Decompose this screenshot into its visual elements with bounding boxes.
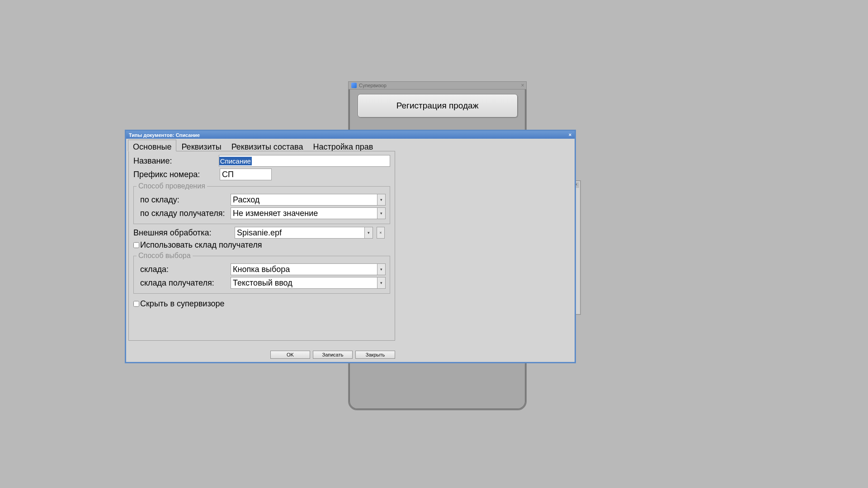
by-warehouse-recipient-label: по складу получателя:: [137, 209, 228, 218]
external-processing-label: Внешняя обработка:: [133, 228, 232, 238]
dialog-footer: OK Записать Закрыть: [128, 351, 395, 359]
document-types-dialog: Типы документов: Списание × Основные Рек…: [125, 130, 576, 363]
store-label: склада:: [137, 265, 228, 274]
prefix-label: Префикс номера:: [133, 170, 217, 179]
store-combo[interactable]: Кнопка выбора ▾: [231, 263, 386, 275]
name-value: Списание: [219, 157, 252, 165]
clear-button[interactable]: ×: [377, 227, 385, 239]
dialog-titlebar[interactable]: Типы документов: Списание ×: [126, 131, 575, 139]
name-label: Название:: [133, 156, 216, 166]
store-recipient-combo[interactable]: Текстовый ввод ▾: [231, 277, 386, 289]
tab-requisites[interactable]: Реквизиты: [176, 140, 226, 151]
selection-mode-legend: Способ выбора: [137, 252, 193, 260]
hide-in-supervisor-checkbox[interactable]: [133, 301, 139, 307]
by-warehouse-value: Расход: [231, 195, 377, 205]
chevron-down-icon[interactable]: ▾: [377, 208, 385, 219]
external-processing-combo[interactable]: Spisanie.epf ▾: [235, 227, 373, 239]
ok-button[interactable]: OK: [270, 351, 310, 359]
tabs: Основные Реквизиты Реквизиты состава Нас…: [128, 140, 575, 151]
hide-in-supervisor-label: Скрыть в супервизоре: [140, 299, 224, 309]
use-recipient-store-checkbox[interactable]: [133, 242, 139, 248]
store-recipient-value: Текстовый ввод: [231, 278, 377, 288]
chevron-down-icon[interactable]: ▾: [377, 264, 385, 275]
processing-mode-legend: Способ проведения: [137, 182, 207, 190]
by-warehouse-combo[interactable]: Расход ▾: [231, 194, 386, 206]
supervisor-icon: [351, 83, 357, 88]
dialog-title: Типы документов: Списание: [129, 132, 200, 138]
tab-rights[interactable]: Настройка прав: [308, 140, 378, 151]
chevron-down-icon[interactable]: ▾: [364, 227, 373, 238]
close-icon[interactable]: ×: [567, 132, 573, 138]
by-warehouse-recipient-value: Не изменяет значение: [231, 208, 377, 219]
tab-composition-requisites[interactable]: Реквизиты состава: [226, 140, 308, 151]
by-warehouse-recipient-combo[interactable]: Не изменяет значение ▾: [231, 207, 386, 219]
name-input[interactable]: Списание: [219, 155, 390, 167]
prefix-input[interactable]: [220, 169, 272, 180]
by-warehouse-label: по складу:: [137, 195, 228, 205]
chevron-down-icon[interactable]: ▾: [377, 194, 385, 205]
tab-main[interactable]: Основные: [128, 140, 176, 151]
processing-mode-group: Способ проведения по складу: Расход ▾ по…: [133, 182, 390, 224]
register-sales-button[interactable]: Регистрация продаж: [358, 94, 518, 117]
store-recipient-label: склада получателя:: [137, 278, 228, 288]
chevron-down-icon[interactable]: ▾: [377, 277, 385, 288]
use-recipient-store-label: Использовать склад получателя: [140, 240, 262, 250]
store-value: Кнопка выбора: [231, 264, 377, 275]
selection-mode-group: Способ выбора склада: Кнопка выбора ▾ ск…: [133, 252, 390, 294]
external-processing-value: Spisanie.epf: [235, 228, 364, 238]
close-button[interactable]: Закрыть: [355, 351, 395, 359]
supervisor-titlebar: Супервизор ×: [348, 81, 527, 89]
supervisor-title: Супервизор: [359, 83, 387, 88]
write-button[interactable]: Записать: [313, 351, 353, 359]
tab-body: Название: Списание Префикс номера: Спосо…: [128, 151, 395, 341]
close-icon[interactable]: ×: [519, 82, 526, 89]
